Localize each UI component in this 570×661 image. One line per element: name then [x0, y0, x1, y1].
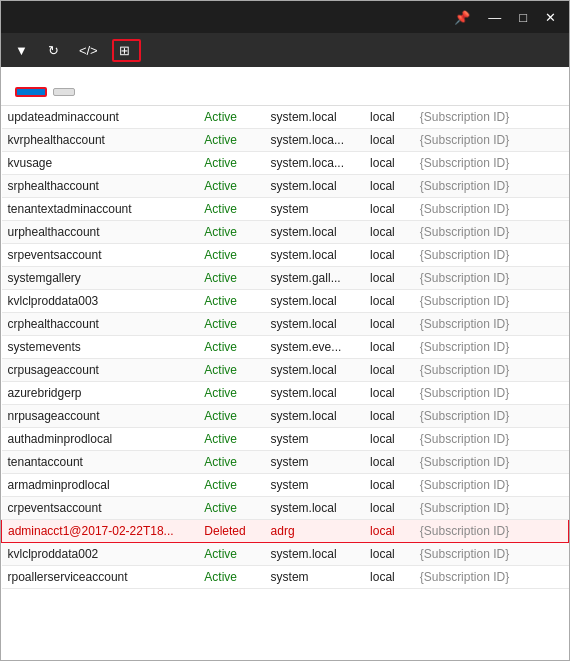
account-location: local	[364, 566, 414, 589]
account-status: Active	[198, 497, 264, 520]
account-name: azurebridgerp	[2, 382, 199, 405]
ok-button[interactable]	[15, 87, 47, 97]
account-subscription: {Subscription ID}	[414, 497, 569, 520]
account-status: Active	[198, 382, 264, 405]
account-name: srphealthaccount	[2, 175, 199, 198]
title-bar: 📌 — □ ✕	[1, 1, 569, 33]
account-location: local	[364, 290, 414, 313]
account-name: systemgallery	[2, 267, 199, 290]
api-icon: </>	[79, 43, 98, 58]
table-row[interactable]: adminacct1@2017-02-22T18... Deleted adrg…	[2, 520, 569, 543]
account-subscription: {Subscription ID}	[414, 451, 569, 474]
account-status: Active	[198, 198, 264, 221]
table-row[interactable]: srphealthaccount Active system.local loc…	[2, 175, 569, 198]
table-row[interactable]: armadminprodlocal Active system local {S…	[2, 474, 569, 497]
table-row[interactable]: updateadminaccount Active system.local l…	[2, 106, 569, 129]
table-row[interactable]: crpusageaccount Active system.local loca…	[2, 359, 569, 382]
account-status: Active	[198, 405, 264, 428]
account-system: system.local	[265, 382, 364, 405]
account-status: Active	[198, 428, 264, 451]
account-name: kvusage	[2, 152, 199, 175]
content-area: updateadminaccount Active system.local l…	[1, 67, 569, 660]
account-subscription: {Subscription ID}	[414, 175, 569, 198]
account-subscription: {Subscription ID}	[414, 221, 569, 244]
minimize-button[interactable]: —	[483, 9, 506, 26]
account-system: system	[265, 566, 364, 589]
reclaim-space-button[interactable]: ⊞	[112, 39, 141, 62]
account-system: system.local	[265, 313, 364, 336]
account-location: local	[364, 359, 414, 382]
account-system: system	[265, 451, 364, 474]
account-subscription: {Subscription ID}	[414, 359, 569, 382]
account-name: nrpusageaccount	[2, 405, 199, 428]
account-status: Active	[198, 152, 264, 175]
account-name: adminacct1@2017-02-22T18...	[2, 520, 199, 543]
table-row[interactable]: systemgallery Active system.gall... loca…	[2, 267, 569, 290]
account-name: kvlclproddata003	[2, 290, 199, 313]
refresh-button[interactable]: ↻	[42, 40, 69, 61]
table-row[interactable]: azurebridgerp Active system.local local …	[2, 382, 569, 405]
account-status: Active	[198, 175, 264, 198]
account-location: local	[364, 451, 414, 474]
table-row[interactable]: tenantaccount Active system local {Subsc…	[2, 451, 569, 474]
account-subscription: {Subscription ID}	[414, 336, 569, 359]
table-row[interactable]: authadminprodlocal Active system local {…	[2, 428, 569, 451]
account-location: local	[364, 520, 414, 543]
account-status: Active	[198, 474, 264, 497]
account-name: kvlclproddata002	[2, 543, 199, 566]
account-location: local	[364, 198, 414, 221]
account-location: local	[364, 405, 414, 428]
account-subscription: {Subscription ID}	[414, 474, 569, 497]
filter-button[interactable]: ▼	[9, 40, 38, 61]
account-system: system.local	[265, 405, 364, 428]
account-location: local	[364, 221, 414, 244]
account-name: rpoallerserviceaccount	[2, 566, 199, 589]
reclaim-icon: ⊞	[119, 43, 130, 58]
table-row[interactable]: crpeventsaccount Active system.local loc…	[2, 497, 569, 520]
pin-icon[interactable]: 📌	[449, 9, 475, 26]
view-api-button[interactable]: </>	[73, 40, 108, 61]
account-location: local	[364, 313, 414, 336]
table-row[interactable]: crphealthaccount Active system.local loc…	[2, 313, 569, 336]
table-row[interactable]: nrpusageaccount Active system.local loca…	[2, 405, 569, 428]
account-subscription: {Subscription ID}	[414, 543, 569, 566]
table-row[interactable]: urphealthaccount Active system.local loc…	[2, 221, 569, 244]
account-name: tenantaccount	[2, 451, 199, 474]
account-status: Active	[198, 290, 264, 313]
account-status: Active	[198, 244, 264, 267]
account-subscription: {Subscription ID}	[414, 129, 569, 152]
account-location: local	[364, 497, 414, 520]
account-system: system.local	[265, 497, 364, 520]
account-status: Active	[198, 543, 264, 566]
account-location: local	[364, 152, 414, 175]
cancel-button[interactable]	[53, 88, 75, 96]
table-row[interactable]: kvusage Active system.loca... local {Sub…	[2, 152, 569, 175]
table-row[interactable]: kvlclproddata002 Active system.local loc…	[2, 543, 569, 566]
account-status: Active	[198, 106, 264, 129]
account-name: systemevents	[2, 336, 199, 359]
maximize-button[interactable]: □	[514, 9, 532, 26]
account-system: system	[265, 474, 364, 497]
account-system: system.local	[265, 359, 364, 382]
account-status: Active	[198, 267, 264, 290]
account-name: urphealthaccount	[2, 221, 199, 244]
refresh-icon: ↻	[48, 43, 59, 58]
account-system: system.local	[265, 543, 364, 566]
main-window: 📌 — □ ✕ ▼ ↻ </> ⊞	[0, 0, 570, 661]
table-wrapper[interactable]: updateadminaccount Active system.local l…	[1, 106, 569, 660]
table-row[interactable]: srpeventsaccount Active system.local loc…	[2, 244, 569, 267]
account-status: Active	[198, 451, 264, 474]
table-row[interactable]: kvlclproddata003 Active system.local loc…	[2, 290, 569, 313]
account-system: system.local	[265, 244, 364, 267]
table-row[interactable]: kvrphealthaccount Active system.loca... …	[2, 129, 569, 152]
account-location: local	[364, 428, 414, 451]
table-row[interactable]: rpoallerserviceaccount Active system loc…	[2, 566, 569, 589]
title-bar-controls: 📌 — □ ✕	[449, 9, 561, 26]
account-name: armadminprodlocal	[2, 474, 199, 497]
account-subscription: {Subscription ID}	[414, 244, 569, 267]
table-row[interactable]: systemevents Active system.eve... local …	[2, 336, 569, 359]
account-status: Active	[198, 336, 264, 359]
table-row[interactable]: tenantextadminaccount Active system loca…	[2, 198, 569, 221]
close-button[interactable]: ✕	[540, 9, 561, 26]
account-subscription: {Subscription ID}	[414, 198, 569, 221]
